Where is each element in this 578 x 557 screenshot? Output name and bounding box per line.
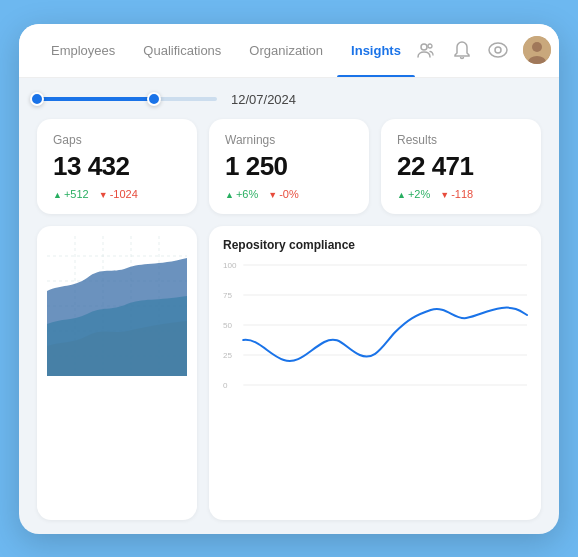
- tab-insights[interactable]: Insights: [337, 24, 415, 77]
- gaps-change-down: -1024: [99, 188, 138, 200]
- warnings-title: Warnings: [225, 133, 353, 147]
- svg-text:0: 0: [223, 381, 228, 390]
- area-chart-card: [37, 226, 197, 520]
- app-container: Employees Qualifications Organization In…: [19, 24, 559, 534]
- results-value: 22 471: [397, 151, 525, 182]
- repo-chart-title: Repository compliance: [223, 238, 527, 252]
- gaps-change-up: +512: [53, 188, 89, 200]
- warnings-change-down: -0%: [268, 188, 298, 200]
- svg-point-1: [428, 44, 432, 48]
- area-chart-svg: [47, 236, 187, 376]
- svg-text:25: 25: [223, 351, 233, 360]
- date-label: 12/07/2024: [231, 92, 296, 107]
- tab-qualifications[interactable]: Qualifications: [129, 24, 235, 77]
- date-slider[interactable]: [37, 97, 217, 101]
- repo-chart-area: 100 75 50 25 0: [223, 260, 527, 508]
- warnings-change-up: +6%: [225, 188, 258, 200]
- warnings-value: 1 250: [225, 151, 353, 182]
- up-arrow-icon: [225, 188, 234, 200]
- up-arrow-icon: [397, 188, 406, 200]
- line-chart-card: Repository compliance 100 75 50 25 0: [209, 226, 541, 520]
- stats-row: Gaps 13 432 +512 -1024 Warnings 1 250: [37, 119, 541, 214]
- user-avatar[interactable]: [523, 36, 551, 64]
- svg-point-5: [532, 42, 542, 52]
- svg-point-0: [421, 44, 427, 50]
- results-title: Results: [397, 133, 525, 147]
- main-content: 12/07/2024 Gaps 13 432 +512 -1024: [19, 78, 559, 534]
- tab-employees[interactable]: Employees: [37, 24, 129, 77]
- stat-card-results: Results 22 471 +2% -118: [381, 119, 541, 214]
- svg-text:100: 100: [223, 261, 237, 270]
- nav-icons: [415, 36, 551, 64]
- slider-thumb-right[interactable]: [147, 92, 161, 106]
- results-change-up: +2%: [397, 188, 430, 200]
- stat-card-warnings: Warnings 1 250 +6% -0%: [209, 119, 369, 214]
- bell-icon[interactable]: [451, 39, 473, 61]
- down-arrow-icon: [99, 188, 108, 200]
- svg-point-2: [489, 43, 507, 57]
- bottom-row: Repository compliance 100 75 50 25 0: [37, 226, 541, 520]
- stat-card-gaps: Gaps 13 432 +512 -1024: [37, 119, 197, 214]
- nav-bar: Employees Qualifications Organization In…: [19, 24, 559, 78]
- svg-text:75: 75: [223, 291, 233, 300]
- svg-point-3: [495, 47, 501, 53]
- down-arrow-icon: [440, 188, 449, 200]
- gaps-value: 13 432: [53, 151, 181, 182]
- tab-organization[interactable]: Organization: [235, 24, 337, 77]
- up-arrow-icon: [53, 188, 62, 200]
- person-group-icon[interactable]: [415, 39, 437, 61]
- slider-thumb-left[interactable]: [30, 92, 44, 106]
- results-changes: +2% -118: [397, 188, 525, 200]
- gaps-title: Gaps: [53, 133, 181, 147]
- nav-tabs: Employees Qualifications Organization In…: [37, 24, 415, 77]
- down-arrow-icon: [268, 188, 277, 200]
- results-change-down: -118: [440, 188, 473, 200]
- gaps-changes: +512 -1024: [53, 188, 181, 200]
- warnings-changes: +6% -0%: [225, 188, 353, 200]
- repo-chart-svg: 100 75 50 25 0: [223, 260, 527, 390]
- eye-icon[interactable]: [487, 39, 509, 61]
- date-row: 12/07/2024: [37, 92, 541, 107]
- svg-text:50: 50: [223, 321, 233, 330]
